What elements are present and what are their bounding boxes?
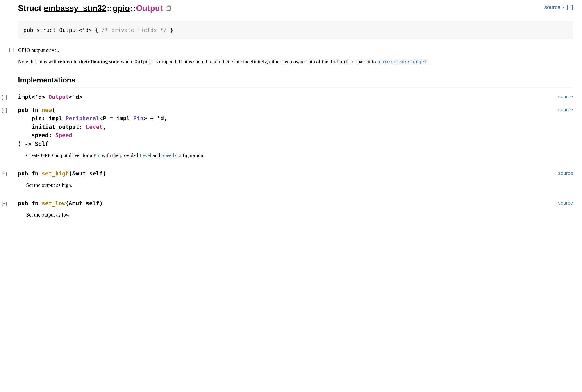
method-new-doc: Create GPIO output driver for a Pin with…: [26, 152, 573, 160]
source-link-method-set-low[interactable]: source: [558, 199, 573, 206]
toggle-method-set-high[interactable]: [−]: [2, 170, 7, 177]
toggle-impl[interactable]: [−]: [2, 94, 7, 100]
implementations-heading: Implementations: [18, 74, 573, 88]
method-new-signature: pub fn new( pin: impl Peripheral<P = imp…: [18, 106, 167, 148]
doc-summary-block: [−] GPIO output driver. Note that pins w…: [18, 46, 573, 66]
toggle-doc[interactable]: [−]: [9, 46, 14, 53]
source-link-method-new[interactable]: source: [558, 106, 573, 113]
method-set-high-header: [−] pub fn set_high(&mut self) source: [18, 170, 573, 178]
method-new-header: [−] pub fn new( pin: impl Peripheral<P =…: [18, 106, 573, 148]
toggle-method-new[interactable]: [−]: [2, 107, 7, 114]
module-link[interactable]: gpio: [113, 4, 130, 13]
type-name: Output: [136, 4, 163, 13]
doc-summary: GPIO output driver.: [18, 46, 573, 54]
method-set-high-signature: pub fn set_high(&mut self): [18, 170, 106, 178]
speed-link[interactable]: Speed: [161, 152, 174, 158]
method-set-high-doc: Set the output as high.: [26, 181, 573, 189]
level-link[interactable]: Level: [139, 152, 151, 158]
method-set-low-signature: pub fn set_low(&mut self): [18, 199, 103, 208]
source-link-top[interactable]: source: [544, 4, 561, 10]
pin-link[interactable]: Pin: [93, 152, 100, 158]
toggle-method-set-low[interactable]: [−]: [2, 200, 7, 207]
item-declaration: pub struct Output<'d> { /* private field…: [18, 21, 573, 39]
source-link-method-set-high[interactable]: source: [558, 170, 573, 177]
doc-detail: Note that pins will return to their floa…: [18, 58, 573, 66]
page-kind: Struct: [18, 4, 41, 13]
method-set-low-header: [−] pub fn set_low(&mut self) source: [18, 199, 573, 208]
collapse-all-toggle[interactable]: [−]: [567, 4, 573, 10]
source-link-impl[interactable]: source: [558, 93, 573, 100]
top-right-links: source · [−]: [544, 3, 573, 11]
crate-link[interactable]: embassy_stm32: [44, 4, 106, 13]
method-set-low-doc: Set the output as low.: [26, 211, 573, 219]
copy-path-icon[interactable]: [165, 5, 172, 12]
impl-header: [−] impl<'d> Output<'d> source: [18, 93, 573, 102]
separator-dot: ·: [563, 4, 566, 10]
page-title: Struct embassy_stm32::gpio::Output: [18, 2, 573, 14]
core-mem-forget-link[interactable]: core::mem::forget: [377, 59, 428, 64]
